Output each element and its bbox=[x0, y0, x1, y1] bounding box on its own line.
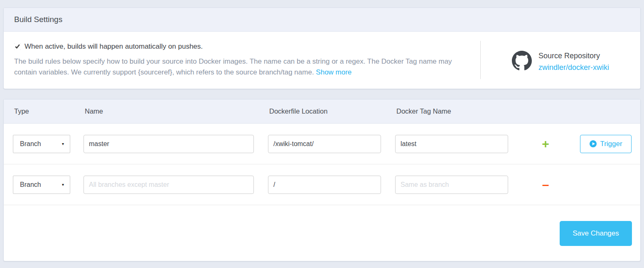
type-select[interactable]: Branch ▾ bbox=[13, 176, 70, 194]
trigger-build-button[interactable]: Trigger bbox=[580, 135, 632, 153]
column-header-name: Name bbox=[84, 107, 268, 115]
column-header-type: Type bbox=[13, 107, 84, 115]
play-icon bbox=[589, 140, 597, 148]
dockerfile-location-input[interactable] bbox=[268, 135, 381, 153]
name-input[interactable] bbox=[84, 135, 254, 153]
docker-tag-name-input[interactable] bbox=[395, 135, 508, 153]
build-rule-row: Branch ▾ – bbox=[4, 164, 640, 205]
build-settings-panel: Build Settings When active, builds will … bbox=[3, 7, 641, 89]
source-repository-link[interactable]: zwindler/docker-xwiki bbox=[538, 63, 609, 72]
chevron-down-icon: ▾ bbox=[62, 141, 64, 146]
save-changes-button[interactable]: Save Changes bbox=[560, 221, 632, 246]
description-text: The build rules below specify how to bui… bbox=[14, 57, 452, 76]
column-header-docker-tag-name: Docker Tag Name bbox=[395, 107, 522, 115]
docker-tag-name-input[interactable] bbox=[395, 176, 508, 194]
table-header-row: Type Name Dockerfile Location Docker Tag… bbox=[4, 99, 640, 124]
trigger-button-label: Trigger bbox=[600, 140, 622, 148]
auto-build-checkbox[interactable] bbox=[14, 43, 21, 50]
type-select[interactable]: Branch ▾ bbox=[13, 135, 70, 153]
show-more-link[interactable]: Show more bbox=[316, 68, 351, 76]
dockerfile-location-input[interactable] bbox=[268, 176, 381, 194]
chevron-down-icon: ▾ bbox=[62, 182, 64, 187]
column-header-dockerfile-location: Dockerfile Location bbox=[268, 107, 395, 115]
auto-build-label: When active, builds will happen automati… bbox=[25, 42, 203, 51]
build-rule-row: Branch ▾ + Trigger bbox=[4, 124, 640, 164]
panel-title: Build Settings bbox=[4, 8, 640, 32]
name-input[interactable] bbox=[84, 176, 254, 194]
type-select-value: Branch bbox=[20, 181, 41, 189]
remove-rule-button[interactable]: – bbox=[542, 179, 549, 191]
type-select-value: Branch bbox=[20, 140, 41, 148]
build-rules-panel: Type Name Dockerfile Location Docker Tag… bbox=[3, 99, 641, 261]
build-rules-description: The build rules below specify how to bui… bbox=[14, 56, 468, 78]
source-repository-label: Source Repository bbox=[538, 52, 609, 60]
add-rule-button[interactable]: + bbox=[542, 138, 549, 150]
github-icon bbox=[512, 51, 532, 72]
